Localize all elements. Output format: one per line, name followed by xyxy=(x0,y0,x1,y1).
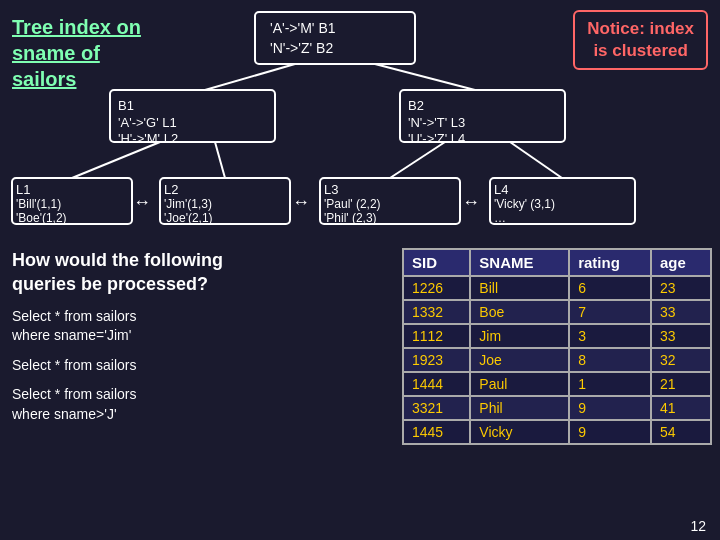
col-sid: SID xyxy=(403,249,470,276)
svg-line-30 xyxy=(215,142,225,178)
table-row: 1332Boe733 xyxy=(403,300,711,324)
svg-text:'N'->'T' L3: 'N'->'T' L3 xyxy=(408,115,465,130)
table-row: 3321Phil941 xyxy=(403,396,711,420)
col-age: age xyxy=(651,249,711,276)
svg-text:'H'->'M' L2: 'H'->'M' L2 xyxy=(118,131,178,146)
col-sname: SNAME xyxy=(470,249,569,276)
svg-rect-0 xyxy=(255,12,415,64)
svg-text:L1: L1 xyxy=(16,182,30,197)
svg-rect-13 xyxy=(12,178,132,224)
svg-rect-17 xyxy=(160,178,290,224)
table-row: 1444Paul121 xyxy=(403,372,711,396)
svg-text:B1: B1 xyxy=(118,98,134,113)
svg-line-12 xyxy=(375,64,475,90)
svg-text:↔: ↔ xyxy=(462,192,480,212)
svg-text:'A'->'M' B1: 'A'->'M' B1 xyxy=(270,20,336,36)
table-row: 1226Bill623 xyxy=(403,276,711,300)
svg-text:'Phil' (2,3): 'Phil' (2,3) xyxy=(324,211,377,225)
svg-text:'Paul' (2,2): 'Paul' (2,2) xyxy=(324,197,381,211)
svg-text:L2: L2 xyxy=(164,182,178,197)
svg-text:'U'->'Z' L4: 'U'->'Z' L4 xyxy=(408,131,465,146)
svg-text:…: … xyxy=(494,211,506,225)
svg-line-31 xyxy=(390,142,445,178)
svg-rect-7 xyxy=(400,90,565,142)
svg-text:'A'->'G' L1: 'A'->'G' L1 xyxy=(118,115,177,130)
query-1: Select * from sailorswhere sname='Jim' xyxy=(12,307,312,346)
svg-text:L3: L3 xyxy=(324,182,338,197)
svg-text:'Boe'(1,2): 'Boe'(1,2) xyxy=(16,211,67,225)
svg-text:↔: ↔ xyxy=(133,192,151,212)
notice-box: Notice: index is clustered xyxy=(573,10,708,70)
query-2: Select * from sailors xyxy=(12,356,312,376)
svg-line-32 xyxy=(510,142,562,178)
svg-rect-21 xyxy=(320,178,460,224)
table-row: 1112Jim333 xyxy=(403,324,711,348)
svg-line-11 xyxy=(205,64,295,90)
page-number: 12 xyxy=(690,518,706,534)
page-title: Tree index on sname of sailors xyxy=(12,14,141,92)
svg-text:'Jim'(1,3): 'Jim'(1,3) xyxy=(164,197,212,211)
svg-text:L4: L4 xyxy=(494,182,508,197)
query-title: How would the following queries be proce… xyxy=(12,248,312,297)
svg-text:↔: ↔ xyxy=(292,192,310,212)
col-rating: rating xyxy=(569,249,651,276)
table-row: 1445Vicky954 xyxy=(403,420,711,444)
svg-rect-25 xyxy=(490,178,635,224)
svg-rect-3 xyxy=(110,90,275,142)
table-row: 1923Joe832 xyxy=(403,348,711,372)
queries-section: How would the following queries be proce… xyxy=(12,248,312,435)
sailors-table: SID SNAME rating age 1226Bill6231332Boe7… xyxy=(402,248,712,445)
svg-text:B2: B2 xyxy=(408,98,424,113)
svg-text:'Joe'(2,1): 'Joe'(2,1) xyxy=(164,211,213,225)
svg-line-29 xyxy=(72,142,160,178)
svg-text:'Bill'(1,1): 'Bill'(1,1) xyxy=(16,197,61,211)
svg-text:'Vicky' (3,1): 'Vicky' (3,1) xyxy=(494,197,555,211)
query-3: Select * from sailorswhere sname>'J' xyxy=(12,385,312,424)
svg-text:'N'->'Z' B2: 'N'->'Z' B2 xyxy=(270,40,333,56)
